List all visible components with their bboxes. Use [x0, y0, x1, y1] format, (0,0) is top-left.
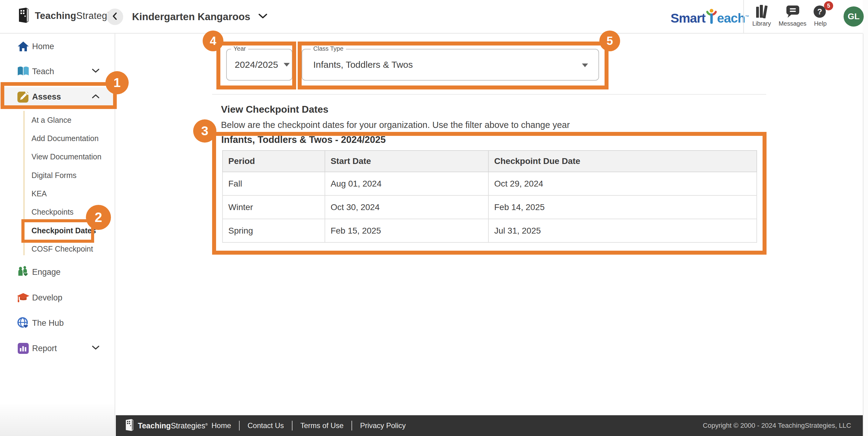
footer-link-terms-of-use[interactable]: Terms of Use	[292, 421, 351, 430]
footer-link-contact-us[interactable]: Contact Us	[240, 421, 292, 430]
sidebar-bottom-shade	[0, 402, 115, 436]
table-header-row: Period Start Date Checkpoint Due Date	[222, 150, 757, 172]
smartteach-person-t-icon	[706, 8, 717, 25]
cell-period: Winter	[222, 195, 325, 219]
annotation-circle-4: 4	[203, 31, 223, 51]
chevron-down-icon	[92, 345, 100, 351]
cell-start-date: Oct 30, 2024	[325, 195, 488, 219]
help-question-icon: ? 5	[802, 4, 839, 18]
footer-link-privacy-policy[interactable]: Privacy Policy	[352, 421, 413, 430]
footer-link-home[interactable]: Home	[212, 421, 239, 430]
chevron-down-icon	[258, 13, 268, 20]
sidebar-item-teach[interactable]: Teach	[0, 62, 115, 81]
graduation-cap-icon	[17, 291, 30, 304]
sidebar-item-assess[interactable]: Assess	[0, 87, 115, 106]
filter-divider	[212, 94, 766, 95]
column-header-checkpoint-due-date: Checkpoint Due Date	[488, 150, 757, 172]
chevron-up-icon	[92, 94, 100, 100]
globe-heart-icon	[17, 316, 30, 330]
submenu-indicator-line	[23, 111, 25, 255]
door-logo-icon-white	[124, 418, 135, 433]
annotation-circle-1: 1	[105, 71, 129, 94]
main-content: Year 2024/2025 Class Type Infants, Toddl…	[116, 34, 863, 415]
user-avatar[interactable]: GL	[843, 6, 864, 27]
cell-due-date: Oct 29, 2024	[488, 172, 757, 195]
annotation-circle-3: 3	[193, 120, 216, 143]
cell-due-date: Jul 31, 2025	[488, 219, 757, 242]
footer-copyright: Copyright © 2000 - 2024 TeachingStrategi…	[703, 415, 851, 436]
book-icon	[17, 65, 30, 78]
column-header-period: Period	[222, 150, 325, 172]
top-header: TeachingStrategies® Kindergarten Kangaro…	[0, 0, 863, 34]
year-dropdown[interactable]: Year 2024/2025	[226, 49, 292, 80]
page-title: View Checkpoint Dates	[221, 104, 329, 115]
class-type-dropdown[interactable]: Class Type Infants, Toddlers & Twos	[302, 49, 599, 80]
sidebar-item-at-a-glance[interactable]: At a Glance	[31, 113, 111, 127]
bar-chart-icon	[17, 342, 30, 355]
sidebar-item-view-documentation[interactable]: View Documentation	[31, 149, 111, 164]
footer-links: Home Contact Us Terms of Use Privacy Pol…	[212, 415, 414, 436]
column-header-start-date: Start Date	[325, 150, 488, 172]
smartteach-logo-smart: Smart	[671, 11, 705, 26]
table-row: Winter Oct 30, 2024 Feb 14, 2025	[222, 195, 757, 219]
class-type-value: Infants, Toddlers & Twos	[313, 60, 413, 70]
svg-text:?: ?	[817, 7, 822, 16]
door-logo-icon	[17, 7, 31, 25]
scrollbar-border	[863, 34, 863, 436]
checkpoint-dates-page: TeachingStrategies® Kindergarten Kangaro…	[0, 0, 868, 436]
cell-period: Fall	[222, 172, 325, 195]
people-heart-icon	[17, 265, 30, 279]
footer-brand: TeachingStrategies®	[124, 415, 208, 436]
dropdown-arrow-icon	[284, 63, 290, 67]
cell-due-date: Feb 14, 2025	[488, 195, 757, 219]
sidebar-item-engage[interactable]: Engage	[0, 263, 115, 281]
sidebar-item-report[interactable]: Report	[0, 339, 115, 358]
pencil-square-icon	[17, 90, 30, 103]
sidebar-item-home[interactable]: Home	[0, 37, 115, 56]
cell-period: Spring	[222, 219, 325, 242]
back-button[interactable]	[107, 8, 123, 25]
sidebar-item-digital-forms[interactable]: Digital Forms	[31, 168, 111, 182]
help-nav-button[interactable]: ? 5 Help	[802, 4, 839, 27]
sidebar-item-kea[interactable]: KEA	[31, 186, 111, 201]
annotation-circle-5: 5	[599, 31, 620, 51]
scrollbar-track[interactable]	[863, 0, 868, 436]
cell-start-date: Feb 15, 2025	[325, 219, 488, 242]
dropdown-arrow-icon	[582, 64, 588, 67]
smartteach-logo: Smart each ™	[671, 0, 749, 34]
year-value: 2024/2025	[235, 60, 278, 70]
help-label: Help	[802, 20, 839, 27]
sidebar-item-add-documentation[interactable]: Add Documentation	[31, 131, 111, 146]
chevron-left-icon	[112, 12, 118, 21]
cell-start-date: Aug 01, 2024	[325, 172, 488, 195]
checkpoint-dates-table: Period Start Date Checkpoint Due Date Fa…	[222, 150, 757, 243]
sidebar-item-cosf-checkpoint[interactable]: COSF Checkpoint	[31, 241, 111, 256]
page-description: Below are the checkpoint dates for your …	[221, 120, 570, 130]
help-badge: 5	[824, 1, 833, 10]
smartteach-logo-each: each	[717, 11, 745, 26]
footer: TeachingStrategies® Home Contact Us Term…	[116, 415, 863, 436]
chevron-down-icon	[92, 68, 100, 74]
table-row: Fall Aug 01, 2024 Oct 29, 2024	[222, 172, 757, 195]
home-icon	[17, 40, 30, 53]
annotation-circle-2: 2	[86, 205, 111, 230]
table-title: Infants, Toddlers & Twos - 2024/2025	[221, 134, 386, 145]
sidebar: Home Teach Assess	[0, 34, 115, 436]
class-selector-label: Kindergarten Kangaroos	[132, 11, 250, 23]
sidebar-item-develop[interactable]: Develop	[0, 288, 115, 307]
sidebar-item-the-hub[interactable]: The Hub	[0, 313, 115, 333]
class-selector[interactable]: Kindergarten Kangaroos	[132, 0, 268, 34]
table-row: Spring Feb 15, 2025 Jul 31, 2025	[222, 219, 757, 242]
